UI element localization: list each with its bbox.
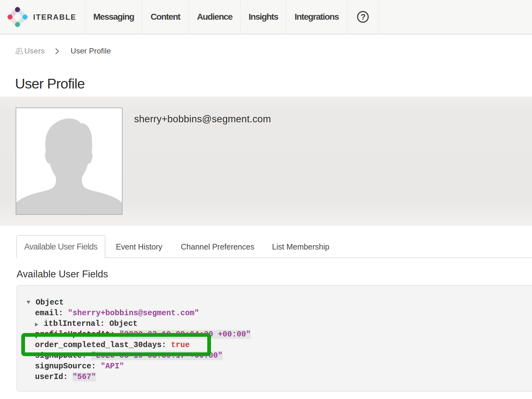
svg-text:?: ? [361, 12, 365, 22]
